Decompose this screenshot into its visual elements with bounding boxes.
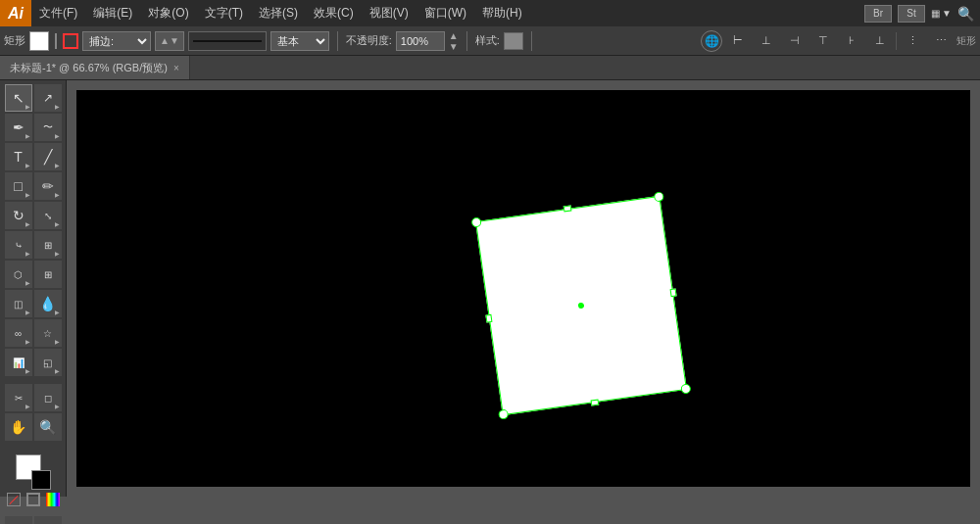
canvas-area[interactable]	[67, 80, 980, 497]
align-top-icon[interactable]: ⊤	[810, 30, 836, 52]
rotate-icon: ↻	[13, 208, 24, 223]
globe-icon[interactable]: 🌐	[701, 30, 722, 52]
menu-items: 文件(F) 编辑(E) 对象(O) 文字(T) 选择(S) 效果(C) 视图(V…	[31, 0, 530, 26]
handle-top-mid[interactable]	[564, 205, 572, 212]
stroke-select[interactable]: 捕边:	[82, 31, 151, 51]
menu-select[interactable]: 选择(S)	[251, 0, 306, 26]
tool-row-6: ⤷ ▶ ⊞ ▶	[5, 231, 62, 259]
menu-window[interactable]: 窗口(W)	[416, 0, 474, 26]
free-transform-tool[interactable]: ⊞ ▶	[34, 231, 62, 259]
document-tab[interactable]: 未标题-1* @ 66.67% (RGB/预览) ×	[0, 56, 190, 79]
align-left-icon[interactable]: ⊢	[725, 30, 751, 52]
hand-tool[interactable]: ✋	[5, 413, 32, 441]
shape-label-right: 矩形	[956, 34, 976, 48]
slice-tool[interactable]: ✂ ▶	[5, 384, 32, 411]
selected-rectangle-wrapper[interactable]	[475, 196, 687, 415]
color-swatch[interactable]	[46, 493, 60, 506]
stroke-weight[interactable]: ▲▼	[155, 31, 184, 51]
bridge-icon[interactable]: Br	[864, 5, 892, 23]
artboard-tool[interactable]: ◱ ▶	[34, 349, 62, 376]
fill-color-box[interactable]	[29, 31, 49, 51]
menu-edit[interactable]: 编辑(E)	[85, 0, 140, 26]
rotate-tool[interactable]: ↻ ▶	[5, 202, 32, 229]
align-right-icon[interactable]: ⊣	[782, 30, 808, 52]
no-fill-swatch[interactable]	[7, 493, 21, 506]
stroke-style-preview	[188, 31, 267, 51]
handle-left-mid[interactable]	[485, 314, 492, 323]
menu-text[interactable]: 文字(T)	[197, 0, 251, 26]
gradient-icon: ◫	[14, 299, 23, 310]
handle-bottom-right[interactable]	[680, 383, 691, 394]
toolbar-divider-1	[337, 31, 338, 51]
pen-tool[interactable]: ✒ ▶	[5, 114, 32, 141]
eyedropper-tool[interactable]: 💧 ▶	[34, 290, 62, 317]
toolbar-divider-3	[531, 31, 532, 51]
tool-row-12: ✋ 🔍	[5, 413, 62, 441]
mesh-tool[interactable]: ⊞	[34, 261, 62, 288]
menu-object[interactable]: 对象(O)	[140, 0, 196, 26]
perspective-tool[interactable]: ⬡ ▶	[5, 261, 32, 288]
distribute-v-icon[interactable]: ⋯	[928, 30, 954, 52]
tool-row-8: ◫ ▶ 💧 ▶	[5, 290, 62, 317]
stroke-color-box[interactable]	[63, 33, 78, 49]
toolbar-divider-2	[466, 31, 467, 51]
stroke-type-select[interactable]: 基本	[270, 31, 329, 51]
draw-inside-icon[interactable]: ⊙	[34, 516, 62, 524]
tool-row-11: ✂ ▶ ◻ ▶	[5, 384, 62, 411]
rectangle-tool[interactable]: □ ▶	[5, 172, 32, 200]
selection-tool[interactable]: ↖ ▶	[5, 84, 32, 112]
line-tool[interactable]: ╱ ▶	[34, 143, 62, 170]
hand-icon: ✋	[10, 419, 26, 435]
slice-icon: ✂	[15, 393, 23, 404]
symbol-tool[interactable]: ☆ ▶	[34, 319, 62, 347]
canvas-black	[76, 90, 970, 487]
handle-right-mid[interactable]	[670, 288, 677, 297]
app-logo: Ai	[0, 0, 31, 26]
symbol-icon: ☆	[43, 328, 52, 339]
stock-icon[interactable]: St	[898, 5, 925, 23]
paintbrush-tool[interactable]: ✏ ▶	[34, 172, 62, 200]
column-graph-tool[interactable]: 📊 ▶	[5, 349, 32, 376]
curvature-tool[interactable]: 〜 ▶	[34, 114, 62, 141]
tool-row-7: ⬡ ▶ ⊞	[5, 261, 62, 288]
eraser-icon: ◻	[44, 393, 52, 404]
opacity-input[interactable]	[396, 31, 445, 51]
gradient-tool[interactable]: ◫ ▶	[5, 290, 32, 317]
workspace-switcher[interactable]: ▦▼	[931, 8, 952, 19]
style-label: 样式:	[475, 33, 500, 48]
tool-row-9: ∞ ▶ ☆ ▶	[5, 319, 62, 347]
warp-tool[interactable]: ⤷ ▶	[5, 231, 32, 259]
search-icon[interactable]: 🔍	[957, 6, 974, 22]
distribute-h-icon[interactable]: ⋮	[900, 30, 925, 52]
tab-title: 未标题-1* @ 66.67% (RGB/预览)	[10, 61, 168, 75]
eraser-tool[interactable]: ◻ ▶	[34, 384, 62, 411]
type-tool[interactable]: T ▶	[5, 143, 32, 170]
style-preview[interactable]	[504, 32, 523, 50]
fill-divider	[55, 33, 57, 49]
mesh-icon: ⊞	[44, 269, 52, 280]
opacity-stepper[interactable]: ▲▼	[449, 30, 459, 52]
warp-icon: ⤷	[15, 240, 23, 251]
align-center-v-icon[interactable]: ⊦	[839, 30, 864, 52]
swatch-box[interactable]	[16, 454, 51, 490]
draw-normal-icon[interactable]: ○	[5, 516, 32, 524]
zoom-tool[interactable]: 🔍	[34, 413, 62, 441]
direct-selection-tool[interactable]: ↗ ▶	[34, 84, 62, 112]
handle-bottom-left[interactable]	[498, 408, 509, 419]
stroke-swatch[interactable]	[26, 493, 40, 506]
blend-tool[interactable]: ∞ ▶	[5, 319, 32, 347]
align-center-h-icon[interactable]: ⊥	[754, 30, 779, 52]
menu-effect[interactable]: 效果(C)	[306, 0, 362, 26]
menu-help[interactable]: 帮助(H)	[474, 0, 530, 26]
align-bottom-icon[interactable]: ⊥	[867, 30, 893, 52]
background-color[interactable]	[31, 470, 51, 490]
menu-view[interactable]: 视图(V)	[362, 0, 416, 26]
tool-row-1: ↖ ▶ ↗ ▶	[5, 84, 62, 112]
scale-tool[interactable]: ⤡ ▶	[34, 202, 62, 229]
type-icon: T	[14, 149, 23, 165]
main-layout: ↖ ▶ ↗ ▶ ✒ ▶ 〜 ▶ T ▶ ╱	[0, 80, 980, 497]
handle-bottom-mid[interactable]	[591, 399, 600, 405]
menu-file[interactable]: 文件(F)	[31, 0, 85, 26]
handle-top-right[interactable]	[654, 191, 664, 202]
tab-close-button[interactable]: ×	[173, 63, 179, 73]
